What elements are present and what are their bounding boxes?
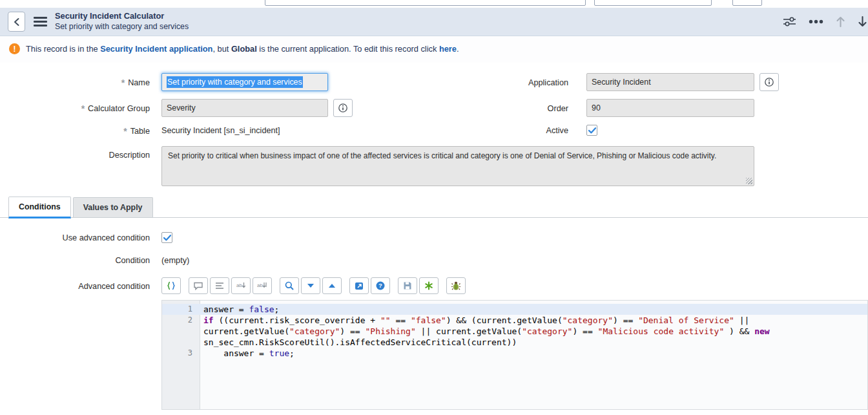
more-options-icon[interactable] xyxy=(809,19,823,24)
form-header: Security Incident Calculator Set priorit… xyxy=(0,8,868,36)
save-button[interactable] xyxy=(398,277,417,294)
svg-text:ab: ab xyxy=(236,282,242,288)
checkmark-icon xyxy=(588,127,596,134)
name-input[interactable]: Set priority with category and services xyxy=(161,73,328,91)
context-menu-button[interactable] xyxy=(34,17,47,27)
record-title-block: Security Incident Calculator Set priorit… xyxy=(55,11,189,32)
replace-button[interactable]: ab xyxy=(231,277,251,294)
calculator-group-input[interactable]: Severity xyxy=(161,99,328,117)
find-previous-button[interactable] xyxy=(322,277,342,294)
next-record-icon[interactable] xyxy=(858,16,867,28)
required-icon xyxy=(121,78,125,88)
calculator-group-info-button[interactable] xyxy=(333,99,353,117)
application-input[interactable]: Security Incident xyxy=(586,73,754,91)
open-window-button[interactable] xyxy=(349,277,369,294)
page-title: Security Incident Calculator xyxy=(55,11,189,22)
form-tabs: Conditions Values to Apply xyxy=(0,197,868,218)
code-text: if ((current.risk_score_override + "" ==… xyxy=(200,315,867,348)
use-advanced-condition-checkbox[interactable] xyxy=(161,232,172,243)
current-scope-label: Global xyxy=(231,44,257,54)
conditions-section: Use advanced condition Condition (empty)… xyxy=(0,218,868,410)
resize-handle[interactable] xyxy=(746,178,752,184)
table-value: Security Incident [sn_si_incident] xyxy=(161,126,280,135)
save-icon xyxy=(402,281,413,291)
form-row-group-order: Calculator Group Severity Order 90 xyxy=(0,99,868,117)
condition-label: Condition xyxy=(115,256,150,265)
table-label: Table xyxy=(130,127,150,136)
code-line[interactable]: 3 answer = true; xyxy=(162,348,867,359)
find-next-button[interactable] xyxy=(301,277,320,294)
code-text: answer = true; xyxy=(200,348,867,359)
use-advanced-condition-label: Use advanced condition xyxy=(63,233,150,242)
svg-text:ab: ab xyxy=(257,282,263,288)
search-icon xyxy=(284,281,294,291)
code-line[interactable]: 1answer = false; xyxy=(162,304,867,315)
format-code-icon xyxy=(166,281,176,291)
script-editor[interactable]: 1answer = false;2if ((current.risk_score… xyxy=(161,300,868,410)
browser-field-fragment xyxy=(594,0,712,6)
calculator-group-label: Calculator Group xyxy=(88,104,150,113)
form-row-description: Description Set priority to critical whe… xyxy=(0,146,868,186)
help-button[interactable]: ? xyxy=(371,277,390,294)
line-number: 3 xyxy=(162,348,200,359)
chevron-left-icon xyxy=(13,17,20,27)
line-number: 1 xyxy=(162,304,200,315)
browser-field-fragment xyxy=(732,0,762,6)
replace-all-button[interactable]: ab xyxy=(253,277,272,294)
code-text: answer = false; xyxy=(200,304,867,315)
record-form: Name Set priority with category and serv… xyxy=(0,63,868,186)
format-lines-icon xyxy=(214,281,225,291)
info-icon xyxy=(338,103,348,113)
comment-button[interactable] xyxy=(189,277,208,294)
active-checkbox[interactable] xyxy=(586,125,597,136)
editor-preferences-icon xyxy=(424,281,434,291)
description-textarea[interactable]: Set priority to critical when business i… xyxy=(161,146,754,186)
back-button[interactable] xyxy=(8,12,25,32)
format-lines-button[interactable] xyxy=(210,277,229,294)
active-label: Active xyxy=(546,126,568,135)
required-icon xyxy=(81,103,85,114)
description-label: Description xyxy=(109,151,150,160)
search-button[interactable] xyxy=(280,277,299,294)
browser-edge-strip xyxy=(0,0,868,8)
tab-conditions[interactable]: Conditions xyxy=(8,197,71,218)
condition-value: (empty) xyxy=(161,255,189,265)
required-icon xyxy=(123,126,127,136)
application-link[interactable]: Security Incident application xyxy=(100,44,212,54)
scope-warning-text: This record is in the Security Incident … xyxy=(26,44,459,54)
name-label: Name xyxy=(128,78,150,87)
comment-icon xyxy=(193,281,203,291)
replace-icon: ab xyxy=(236,281,246,291)
selected-text: Set priority with category and services xyxy=(167,76,303,88)
previous-record-icon[interactable] xyxy=(836,16,845,28)
row-advanced-condition: Advanced condition ab ab xyxy=(0,277,868,410)
warning-icon: ! xyxy=(9,43,20,54)
svg-text:?: ? xyxy=(378,282,382,289)
replace-all-icon: ab xyxy=(257,281,267,291)
application-info-button[interactable] xyxy=(760,73,779,91)
order-label: Order xyxy=(548,104,568,113)
tab-values-to-apply[interactable]: Values to Apply xyxy=(73,197,153,217)
personalize-form-icon[interactable] xyxy=(783,16,796,27)
line-number: 2 xyxy=(162,315,200,348)
order-input[interactable]: 90 xyxy=(586,99,754,117)
hamburger-icon xyxy=(34,17,47,19)
browser-field-fragment xyxy=(265,0,586,6)
chevron-down-icon xyxy=(305,281,316,291)
edit-here-link[interactable]: here xyxy=(439,44,457,54)
form-row-table-active: Table Security Incident [sn_si_incident]… xyxy=(0,125,868,136)
code-line[interactable]: 2if ((current.risk_score_override + "" =… xyxy=(162,315,867,348)
application-label: Application xyxy=(528,78,568,87)
info-icon xyxy=(764,77,774,87)
format-code-button[interactable] xyxy=(161,277,181,294)
open-window-icon xyxy=(354,281,364,291)
checkmark-icon xyxy=(163,235,171,241)
form-row-name-application: Name Set priority with category and serv… xyxy=(0,73,868,91)
scope-warning-banner: ! This record is in the Security Inciden… xyxy=(0,36,868,63)
editor-preferences-button[interactable] xyxy=(419,277,439,294)
row-condition: Condition (empty) xyxy=(0,255,868,265)
debug-icon xyxy=(451,281,461,291)
debug-button[interactable] xyxy=(446,277,466,294)
row-use-advanced-condition: Use advanced condition xyxy=(0,232,868,243)
script-editor-toolbar: ab ab ? xyxy=(161,277,868,294)
